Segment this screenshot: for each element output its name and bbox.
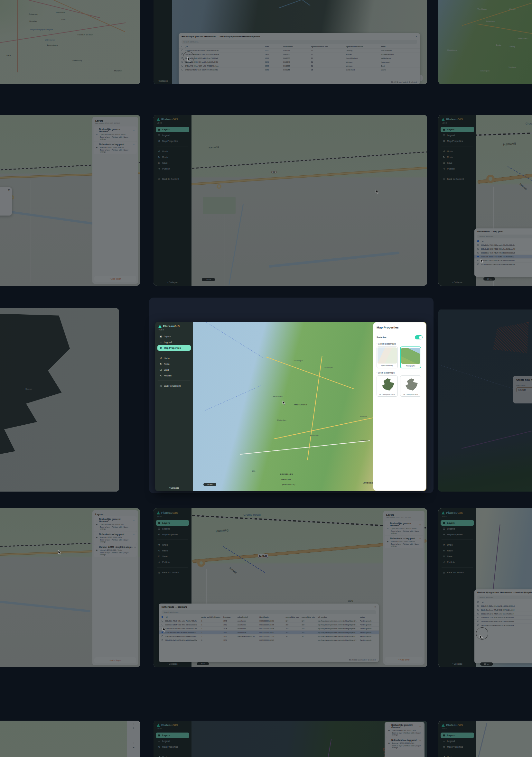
- thumbnail-r1c1[interactable]: Antwerpen Bruxelles België / Belgique / …: [0, 0, 140, 84]
- thumbnail-r4c1[interactable]: Layers ⋮Bestuurlijke grenzen: Gemeent...…: [0, 508, 140, 667]
- row-checkbox[interactable]: [477, 613, 479, 615]
- table-row[interactable]: 006533bb-40e5-45c7-845d-50036b0013c61: [474, 251, 532, 255]
- table-row[interactable]: 009fa545-818c-401d-bd41-e582de9280e0: [474, 604, 532, 608]
- add-layer-button[interactable]: + Add layer: [387, 75, 422, 81]
- publish-button[interactable]: ≺Publish: [156, 166, 189, 171]
- drag-handle-icon[interactable]: ⋮: [388, 725, 390, 727]
- thumbnail-r2c1[interactable]: Layers Last updated: 27.03.2025, 23:56:0…: [0, 115, 140, 286]
- basemap-card-topographic-selected[interactable]: Topographic: [400, 347, 421, 368]
- layer-settings-link[interactable]: Layer settings: [100, 149, 128, 153]
- delete-layer-icon[interactable]: ⊔: [133, 519, 135, 522]
- drag-handle-icon[interactable]: ⋮: [387, 524, 389, 526]
- map-canvas[interactable]: Leeuwarden Emmen Enschede: [0, 308, 119, 492]
- back-to-content-button[interactable]: ◎Back to Content: [441, 570, 474, 575]
- publish-button[interactable]: ≺Publish: [441, 560, 474, 565]
- redo-button[interactable]: ↻Redo: [156, 154, 189, 160]
- visibility-icon[interactable]: ◉: [388, 729, 391, 731]
- delete-layer-icon[interactable]: ⊔: [419, 524, 421, 526]
- thumbnail-active[interactable]: AMSTERDAM Leeuwarden Groningen The Hague…: [155, 322, 426, 491]
- save-button[interactable]: ⊡Save: [441, 160, 474, 166]
- map-canvas[interactable]: The Hague Rotterdam Utrecht Tilburg Bred…: [438, 0, 532, 84]
- publish-button[interactable]: ≺Publish: [441, 166, 474, 171]
- delete-layer-icon[interactable]: ⊔: [133, 533, 135, 535]
- delete-layer-icon[interactable]: ⊔: [419, 537, 421, 539]
- nav-legend[interactable]: ☰Legend: [441, 738, 474, 744]
- map-canvas[interactable]: [438, 721, 532, 757]
- map-canvas[interactable]: Groote Heekt Hamweg N360 Netweg Harmonie…: [153, 508, 427, 667]
- row-checkbox[interactable]: [477, 259, 479, 261]
- layer-item[interactable]: ⋮Bestuurlijke grenzen: Gemeent...⊔ ◉Open…: [94, 516, 137, 531]
- select-all-checkbox[interactable]: [181, 46, 183, 47]
- add-layer-button[interactable]: + Add layer: [385, 657, 422, 663]
- row-checkbox[interactable]: [477, 252, 479, 254]
- nav-layers[interactable]: ▣Layers: [156, 733, 189, 738]
- table-row[interactable]: 04617daf-51f5-41e9-b9b7-07e399da0f6a: [474, 623, 532, 627]
- visibility-off-icon[interactable]: ⊘: [127, 727, 140, 729]
- zoom-to-layer-link[interactable]: Zoom to layer: [392, 745, 402, 747]
- table-row[interactable]: 02dcba5a-2239-40ff-abd8-e3c2b09c14510946…: [179, 60, 420, 64]
- zoom-to-layer-link[interactable]: Zoom to layer: [100, 526, 110, 528]
- zoom-to-layer-link[interactable]: Zoom to layer: [100, 149, 110, 151]
- row-checkbox[interactable]: [181, 61, 183, 63]
- nav-legend[interactable]: ☰Legend: [156, 133, 189, 138]
- delete-layer-icon[interactable]: ⊔: [133, 143, 135, 145]
- row-checkbox[interactable]: [162, 635, 163, 637]
- save-button[interactable]: ⊡Save: [156, 160, 189, 166]
- nav-layers[interactable]: ▣Layers: [156, 127, 189, 132]
- nav-layers[interactable]: ▣Layers: [157, 334, 191, 339]
- save-button[interactable]: ⊡Save: [157, 367, 191, 373]
- drag-handle-icon[interactable]: ⋮: [127, 723, 140, 725]
- attribute-table-link[interactable]: Attribute table: [404, 745, 415, 747]
- layer-settings-link[interactable]: Layer settings: [391, 530, 419, 534]
- add-layer-button[interactable]: + Add layer: [94, 276, 136, 282]
- publish-button[interactable]: ≺Publish: [156, 560, 189, 565]
- visibility-icon[interactable]: ◉: [96, 146, 99, 148]
- add-layer-button[interactable]: + Add layer: [94, 657, 136, 663]
- thumbnail-r5c3[interactable]: PlateauGIS v1.0.0 ▣Layers ☰Legend ⚙Map P…: [438, 721, 532, 757]
- delete-layer-icon[interactable]: ⊔: [135, 546, 136, 548]
- nav-map-properties[interactable]: ⚙Map Properties: [441, 744, 474, 750]
- undo-button[interactable]: ↺Undo: [156, 754, 189, 757]
- table-row[interactable]: 003b9a16-1538-4300-859a-9de5b32ddd701: [474, 247, 532, 251]
- layer-item[interactable]: ⋮Bestuurlijke grenzen: Gemeent...⊔ ⊘Open…: [94, 126, 137, 141]
- thumbnail-r5c2[interactable]: PlateauGIS v1.0.0 ▣Layers ☰Legend ⚙Map P…: [153, 721, 427, 757]
- row-checkbox[interactable]: [477, 624, 479, 626]
- grab-hand-icon[interactable]: ✥: [8, 189, 10, 192]
- redo-button[interactable]: ↻Redo: [441, 154, 474, 160]
- publish-button[interactable]: ≺Publish: [157, 373, 191, 378]
- zoom-to-layer-link[interactable]: Zoom to layer: [100, 539, 110, 541]
- nav-map-properties[interactable]: ⚙Map Properties: [157, 345, 191, 351]
- layer-settings-link[interactable]: Layer settings: [100, 136, 128, 140]
- map-canvas[interactable]: [0, 508, 140, 667]
- row-checkbox[interactable]: [477, 256, 479, 257]
- back-to-content-button[interactable]: ◎Back to Content: [157, 383, 191, 389]
- nav-layers[interactable]: ▣Layers: [441, 733, 474, 738]
- table-row[interactable]: 0110e2bb-0eed-47c5-95f5-0578dd2ede541900…: [179, 52, 420, 56]
- map-canvas[interactable]: [438, 508, 532, 667]
- table-row-selected[interactable]: 00cfa3ab-6b6a-4402-a08a-e6186d8dfb321: [474, 255, 532, 258]
- delete-layer-icon[interactable]: ⊔: [133, 129, 135, 132]
- drag-handle-icon[interactable]: ⋮: [96, 546, 98, 548]
- save-button[interactable]: ⊡Save: [441, 554, 474, 559]
- search-input[interactable]: Search attributes...: [162, 610, 376, 614]
- thumbnail-r1c3[interactable]: The Hague Rotterdam Utrecht Tilburg Bred…: [438, 0, 532, 84]
- search-input[interactable]: Search attributes...: [477, 234, 532, 238]
- scale-bar-toggle[interactable]: [415, 335, 422, 339]
- layer-item[interactable]: ⋮Ukraine_ADM2_simplified.simpl...⊔ ◉Inte…: [94, 544, 137, 557]
- thumbnail-r3c1[interactable]: Leeuwarden Emmen Enschede: [0, 308, 119, 492]
- visibility-off-icon[interactable]: ⊘: [387, 527, 390, 530]
- layer-item[interactable]: ⋮Bestuurlijke grenzen: Gemeent...⊔ ⊘Open…: [385, 521, 423, 535]
- map-canvas[interactable]: [153, 0, 427, 84]
- nav-map-properties[interactable]: ⚙Map Properties: [156, 138, 189, 144]
- layer-settings-link[interactable]: Layer settings: [392, 745, 421, 749]
- visibility-icon[interactable]: ◉: [96, 549, 99, 551]
- thumbnail-r4c3[interactable]: PlateauGIS v1.0.0 ▣Layers ☰Legend ⚙Map P…: [438, 508, 532, 667]
- collapse-button[interactable]: ‹ Collapse: [153, 80, 172, 82]
- row-checkbox[interactable]: [477, 609, 479, 611]
- redo-button[interactable]: ↻Redo: [441, 548, 474, 553]
- row-checkbox[interactable]: [162, 639, 163, 641]
- nav-legend[interactable]: ☰Legend: [441, 133, 474, 138]
- nav-map-properties[interactable]: ⚙Map Properties: [441, 138, 474, 144]
- save-button[interactable]: ⊡Save: [156, 554, 189, 559]
- visibility-off-icon[interactable]: ⊘: [96, 133, 99, 136]
